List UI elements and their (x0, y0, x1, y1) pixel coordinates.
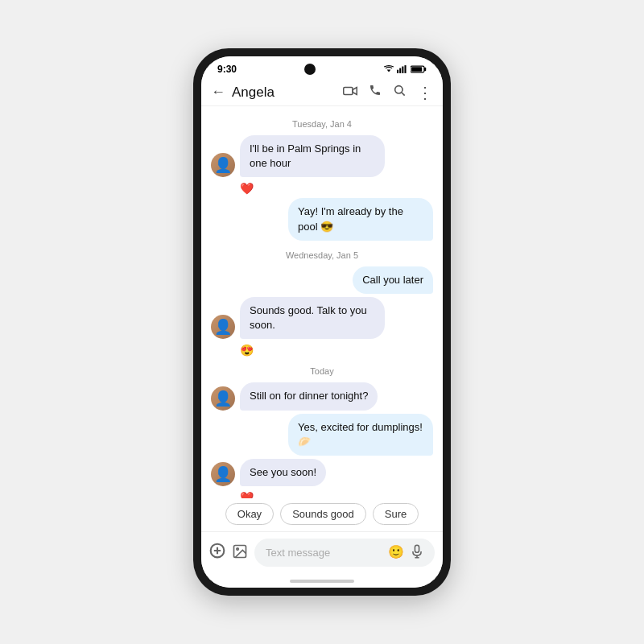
status-icons (383, 65, 427, 73)
avatar (211, 386, 235, 411)
svg-rect-2 (399, 68, 401, 73)
bubble-sent: Call you later (353, 266, 433, 294)
reaction-heart2: 😍 (211, 344, 433, 357)
date-divider-today: Today (211, 366, 433, 376)
svg-rect-8 (344, 88, 353, 95)
svg-rect-7 (411, 67, 422, 71)
svg-line-11 (402, 93, 405, 96)
avatar (211, 462, 235, 486)
input-icons-left (209, 543, 248, 563)
video-call-icon[interactable] (343, 84, 357, 101)
reaction-heart1: ❤️ (211, 182, 433, 195)
back-button[interactable]: ← (211, 84, 225, 101)
input-bar: Text message 🙂 (201, 531, 443, 575)
svg-rect-3 (402, 67, 403, 73)
bubble-received: I'll be in Palm Springs in one hour (240, 135, 385, 177)
bubble-sent: Yes, excited for dumplings! 🥟 (288, 414, 433, 456)
text-message-input[interactable]: Text message 🙂 (254, 539, 435, 567)
smart-reply-sure[interactable]: Sure (373, 503, 419, 525)
table-row: Still on for dinner tonight? (211, 382, 433, 410)
svg-marker-0 (387, 70, 391, 72)
svg-point-16 (237, 547, 239, 550)
svg-point-10 (395, 86, 402, 93)
header-icons: ⋮ (343, 84, 433, 101)
status-bar: 9:30 (201, 56, 443, 79)
bubble-received: See you soon! (240, 459, 326, 486)
svg-rect-6 (424, 68, 426, 72)
avatar (211, 153, 235, 177)
input-placeholder: Text message (266, 547, 330, 559)
microphone-icon[interactable] (411, 544, 423, 561)
home-bar (290, 580, 354, 583)
bubble-received: Still on for dinner tonight? (240, 382, 378, 410)
input-right-icons: 🙂 (388, 544, 423, 561)
emoji-icon[interactable]: 🙂 (388, 544, 404, 561)
table-row: Call you later (211, 266, 433, 294)
smart-reply-sounds-good[interactable]: Sounds good (280, 503, 366, 525)
messages-area: Tuesday, Jan 4 I'll be in Palm Springs i… (201, 106, 443, 498)
battery-icon (411, 65, 427, 73)
bubble-received: Sounds good. Talk to you soon. (240, 297, 385, 339)
reaction-heart3: ❤️ (211, 491, 433, 498)
search-icon[interactable] (393, 84, 406, 101)
wifi-icon (383, 65, 394, 73)
table-row: See you soon! (211, 459, 433, 486)
svg-rect-4 (404, 65, 406, 73)
attach-icon[interactable] (232, 543, 248, 563)
date-divider-tue: Tuesday, Jan 4 (211, 119, 433, 129)
camera-notch (304, 64, 316, 75)
avatar (211, 315, 235, 339)
contact-name: Angela (232, 85, 336, 101)
phone-shell: 9:30 (193, 48, 451, 596)
table-row: Sounds good. Talk to you soon. (211, 297, 433, 339)
svg-marker-9 (353, 88, 357, 95)
table-row: Yay! I'm already by the pool 😎 (211, 198, 433, 240)
chat-header: ← Angela (201, 79, 443, 106)
svg-rect-1 (397, 70, 398, 73)
phone-screen: 9:30 (201, 56, 443, 588)
svg-rect-17 (415, 545, 419, 552)
more-options-icon[interactable]: ⋮ (417, 85, 433, 101)
signal-icon (397, 65, 408, 73)
add-icon[interactable] (209, 543, 225, 563)
home-indicator (201, 575, 443, 588)
date-divider-wed: Wednesday, Jan 5 (211, 250, 433, 260)
smart-replies: Okay Sounds good Sure (201, 498, 443, 531)
status-time: 9:30 (217, 64, 237, 75)
table-row: I'll be in Palm Springs in one hour (211, 135, 433, 177)
phone-call-icon[interactable] (369, 84, 382, 101)
bubble-sent: Yay! I'm already by the pool 😎 (288, 198, 433, 240)
smart-reply-okay[interactable]: Okay (225, 503, 274, 525)
table-row: Yes, excited for dumplings! 🥟 (211, 414, 433, 456)
